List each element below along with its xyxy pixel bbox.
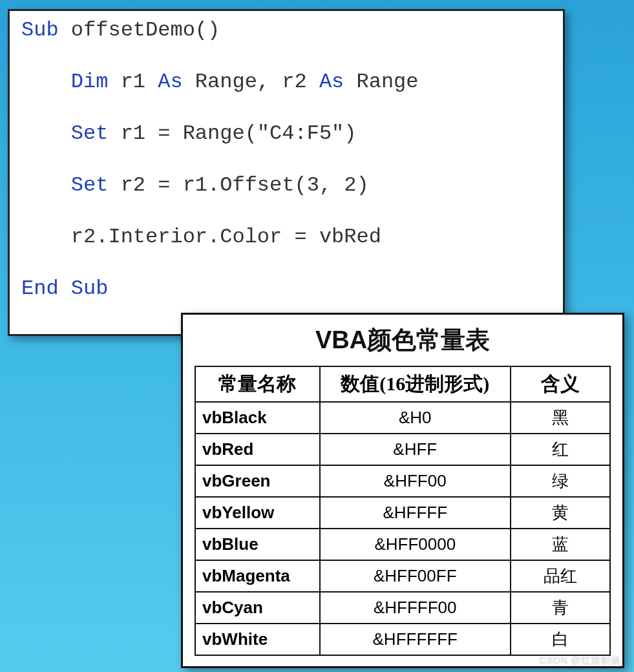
code-line-2: Dim r1 As Range, r2 As Range	[21, 72, 551, 92]
header-name: 常量名称	[195, 366, 320, 402]
table-row: vbCyan &HFFFF00 青	[195, 592, 610, 624]
cell-hex: &HFF	[320, 434, 511, 465]
cell-name: vbRed	[195, 434, 320, 465]
cell-meaning: 绿	[511, 465, 610, 497]
table-title: VBA颜色常量表	[195, 324, 611, 357]
code-text: Range, r2	[183, 70, 319, 94]
code-line-1: Sub offsetDemo()	[21, 20, 551, 41]
table-row: vbRed &HFF 红	[195, 434, 610, 465]
table-row: vbGreen &HFF00 绿	[195, 465, 610, 497]
code-text: r2 = r1.Offset(3, 2)	[108, 173, 368, 197]
header-meaning: 含义	[511, 366, 610, 402]
code-text: offsetDemo()	[59, 18, 220, 42]
cell-hex: &HFFFF00	[320, 592, 511, 624]
cell-name: vbBlack	[195, 402, 320, 434]
cell-meaning: 黑	[511, 402, 610, 434]
cell-meaning: 蓝	[511, 529, 610, 560]
keyword-set: Set	[21, 121, 108, 145]
cell-hex: &HFFFFFF	[320, 624, 511, 655]
code-text: Range	[344, 70, 418, 94]
keyword-set: Set	[21, 173, 108, 197]
keyword-as: As	[158, 70, 182, 94]
cell-meaning: 黄	[511, 497, 610, 529]
code-line-6: End Sub	[21, 278, 551, 299]
cell-hex: &H0	[320, 402, 511, 434]
keyword-dim: Dim	[21, 70, 108, 94]
color-constants-card: VBA颜色常量表 常量名称 数值(16进制形式) 含义 vbBlack &H0 …	[181, 313, 624, 668]
code-text: r1	[108, 70, 158, 94]
cell-hex: &HFF0000	[320, 529, 511, 560]
code-line-5: r2.Interior.Color = vbRed	[21, 227, 551, 247]
cell-hex: &HFFFF	[320, 497, 511, 529]
code-line-4: Set r2 = r1.Offset(3, 2)	[21, 175, 551, 196]
cell-meaning: 品红	[511, 560, 610, 592]
cell-meaning: 青	[511, 592, 610, 624]
table-row: vbBlue &HFF0000 蓝	[195, 529, 610, 560]
keyword-sub: Sub	[21, 18, 59, 42]
cell-name: vbBlue	[195, 529, 320, 560]
cell-hex: &HFF00	[320, 465, 511, 497]
cell-name: vbWhite	[195, 624, 320, 655]
table-row: vbBlack &H0 黑	[195, 402, 610, 434]
watermark: CSDN @红旗帜扬	[539, 655, 621, 667]
cell-name: vbYellow	[195, 497, 320, 529]
table-header-row: 常量名称 数值(16进制形式) 含义	[195, 366, 610, 402]
header-hex: 数值(16进制形式)	[320, 366, 511, 402]
cell-name: vbCyan	[195, 592, 320, 624]
color-constants-table: 常量名称 数值(16进制形式) 含义 vbBlack &H0 黑 vbRed &…	[195, 366, 611, 656]
table-row: vbWhite &HFFFFFF 白	[195, 624, 610, 655]
cell-meaning: 红	[511, 434, 610, 465]
table-row: vbYellow &HFFFF 黄	[195, 497, 610, 529]
keyword-as: As	[319, 70, 344, 94]
code-block: Sub offsetDemo() Dim r1 As Range, r2 As …	[8, 9, 565, 336]
cell-name: vbGreen	[195, 465, 320, 497]
table-row: vbMagenta &HFF00FF 品红	[195, 560, 610, 592]
code-line-3: Set r1 = Range("C4:F5")	[21, 123, 551, 144]
code-text: r1 = Range("C4:F5")	[108, 121, 356, 145]
cell-meaning: 白	[511, 624, 610, 655]
cell-name: vbMagenta	[195, 560, 320, 592]
cell-hex: &HFF00FF	[320, 560, 511, 592]
